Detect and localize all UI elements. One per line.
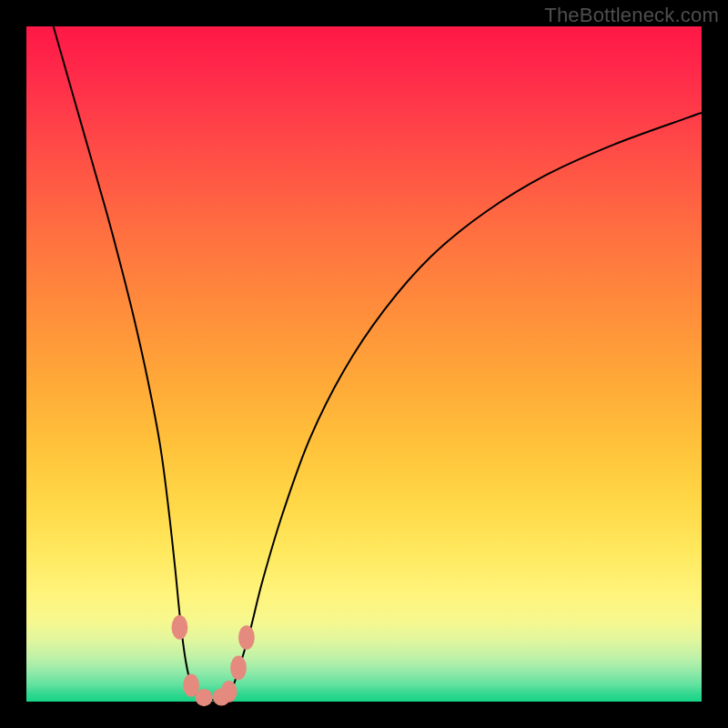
curve-group <box>54 26 702 700</box>
bead-right-lower <box>221 681 238 703</box>
plot-area <box>26 26 702 702</box>
bottleneck-curve <box>54 26 702 700</box>
marker-group <box>172 615 255 706</box>
bead-right-upper2 <box>238 625 255 650</box>
chart-frame: TheBottleneck.com <box>0 0 728 728</box>
bead-floor-left <box>196 689 213 706</box>
bead-left-upper <box>172 615 188 640</box>
curve-svg <box>26 26 702 702</box>
watermark-label: TheBottleneck.com <box>544 4 719 27</box>
bead-right-upper <box>230 656 247 681</box>
